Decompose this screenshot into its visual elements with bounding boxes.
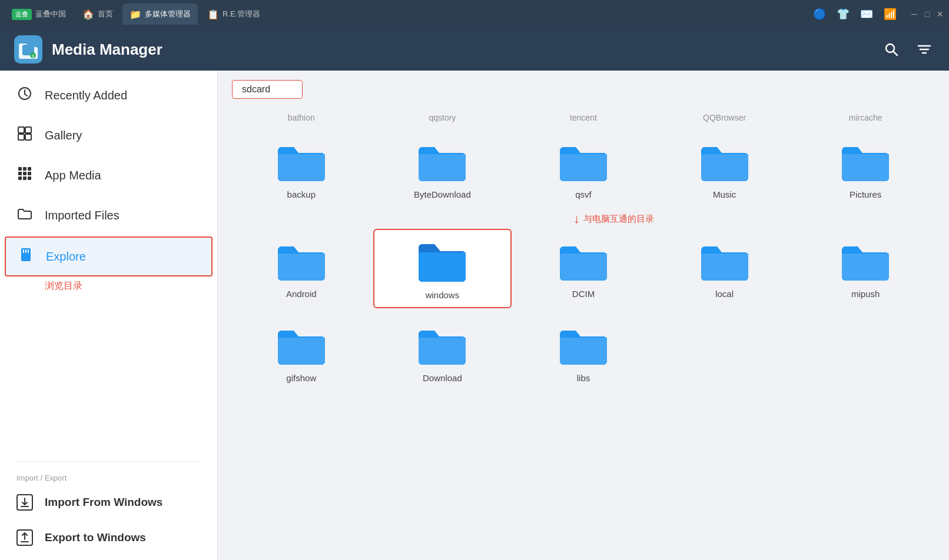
folder-local[interactable]: local bbox=[655, 229, 794, 308]
folder-name-qqstory: qqstory bbox=[429, 113, 456, 122]
folder-dcim[interactable]: DCIM bbox=[514, 229, 653, 308]
folder-grid-row2: Android windows DCIM bbox=[232, 229, 935, 308]
recently-added-label: Recently Added bbox=[45, 89, 127, 102]
svg-rect-16 bbox=[25, 134, 31, 140]
folder-grid-row3: gifshow Download libs bbox=[232, 313, 935, 390]
shirt-icon[interactable]: 👕 bbox=[835, 6, 851, 22]
svg-rect-20 bbox=[18, 172, 22, 175]
signal-icon[interactable]: 📶 bbox=[882, 6, 898, 22]
svg-rect-24 bbox=[23, 176, 26, 180]
list-item[interactable]: qqstory bbox=[373, 108, 512, 125]
svg-rect-18 bbox=[23, 167, 26, 171]
folder-libs[interactable]: libs bbox=[514, 313, 653, 390]
folder-backup[interactable]: backup bbox=[232, 129, 371, 206]
folder-android[interactable]: Android bbox=[232, 229, 371, 308]
svg-rect-19 bbox=[28, 167, 31, 171]
import-from-windows-button[interactable]: Import From Windows bbox=[0, 485, 217, 520]
sidebar: Recently Added Gallery bbox=[0, 71, 218, 560]
tab-media[interactable]: 📁 多媒体管理器 bbox=[122, 4, 198, 25]
export-label: Export to Windows bbox=[45, 531, 146, 544]
sidebar-divider bbox=[16, 461, 201, 462]
explore-label: Explore bbox=[46, 250, 86, 264]
partial-folder-row: bathion qqstory tencent QQBrowser mircac… bbox=[232, 108, 935, 125]
sidebar-item-recently-added[interactable]: Recently Added bbox=[0, 75, 217, 115]
folder-name-pictures: Pictures bbox=[850, 189, 881, 199]
main-layout: Recently Added Gallery bbox=[0, 71, 949, 560]
tab-lan-icon: 蓝叠 bbox=[12, 9, 32, 20]
maximize-button[interactable]: □ bbox=[923, 10, 931, 18]
breadcrumb-input[interactable] bbox=[232, 80, 303, 99]
annotation-container: ↓ 与电脑互通的目录 bbox=[573, 206, 935, 229]
folder-grid-row1: backup ByteDownload qsvf bbox=[232, 129, 935, 206]
mail-icon[interactable]: ✉️ bbox=[858, 6, 875, 22]
minimize-button[interactable]: ─ bbox=[910, 10, 918, 18]
list-item[interactable]: bathion bbox=[232, 108, 371, 125]
svg-rect-23 bbox=[18, 176, 22, 180]
import-label: Import From Windows bbox=[45, 496, 162, 509]
list-item[interactable]: tencent bbox=[514, 108, 653, 125]
sidebar-item-explore[interactable]: Explore bbox=[5, 236, 213, 276]
app-logo: $ bbox=[14, 35, 42, 64]
list-item[interactable]: mircache bbox=[796, 108, 935, 125]
folder-qsvf[interactable]: qsvf bbox=[514, 129, 653, 206]
svg-rect-21 bbox=[23, 172, 26, 175]
content-area: bathion qqstory tencent QQBrowser mircac… bbox=[218, 71, 949, 560]
folder-name-android: Android bbox=[286, 289, 317, 299]
folder-name-tencent: tencent bbox=[570, 113, 597, 122]
folder-icon-bytedownload bbox=[416, 139, 469, 184]
app-header: $ Media Manager bbox=[0, 28, 949, 71]
filter-button[interactable] bbox=[914, 39, 935, 60]
sidebar-item-app-media[interactable]: App Media bbox=[0, 155, 217, 195]
title-bar: 蓝叠 蓝叠中国 🏠 首页 📁 多媒体管理器 📋 R.E.管理器 🔵 👕 ✉️ 📶… bbox=[0, 0, 949, 28]
tab-home-label: 首页 bbox=[98, 9, 113, 19]
svg-rect-28 bbox=[25, 249, 26, 253]
svg-rect-22 bbox=[28, 172, 31, 175]
folder-name-qqbrowser: QQBrowser bbox=[703, 113, 746, 122]
svg-rect-13 bbox=[18, 127, 24, 133]
close-button[interactable]: ✕ bbox=[936, 10, 944, 18]
export-to-windows-button[interactable]: Export to Windows bbox=[0, 520, 217, 555]
folder-music[interactable]: Music bbox=[655, 129, 794, 206]
folder-icon-dcim bbox=[557, 238, 610, 283]
tab-media-label: 多媒体管理器 bbox=[145, 9, 191, 19]
folder-name-gifshow: gifshow bbox=[286, 373, 316, 383]
svg-line-6 bbox=[893, 51, 897, 55]
folder-bytedownload[interactable]: ByteDownload bbox=[373, 129, 512, 206]
header-actions bbox=[881, 39, 935, 60]
annotation-text: 与电脑互通的目录 bbox=[583, 214, 654, 225]
folder-gifshow[interactable]: gifshow bbox=[232, 313, 371, 390]
folder-name-qsvf: qsvf bbox=[575, 189, 592, 199]
tab-media-icon: 📁 bbox=[130, 9, 141, 20]
svg-rect-15 bbox=[18, 134, 24, 140]
folder-icon-gifshow bbox=[275, 322, 328, 367]
svg-text:$: $ bbox=[32, 54, 34, 58]
folder-icon-mipush bbox=[839, 238, 892, 283]
list-item[interactable]: QQBrowser bbox=[655, 108, 794, 125]
svg-line-12 bbox=[25, 94, 27, 96]
folder-windows[interactable]: windows bbox=[373, 229, 512, 308]
folder-name-backup: backup bbox=[287, 189, 316, 199]
tab-re-icon: 📋 bbox=[207, 9, 219, 20]
notification-icon[interactable]: 🔵 bbox=[811, 6, 828, 22]
svg-rect-14 bbox=[25, 127, 31, 133]
folder-icon-qsvf bbox=[557, 139, 610, 184]
download-icon bbox=[16, 494, 33, 511]
tab-re[interactable]: 📋 R.E.管理器 bbox=[200, 4, 267, 25]
folder-pictures[interactable]: Pictures bbox=[796, 129, 935, 206]
sidebar-item-imported-files[interactable]: Imported Files bbox=[0, 195, 217, 235]
folder-download[interactable]: Download bbox=[373, 313, 512, 390]
import-export-label: Import / Export bbox=[0, 469, 217, 485]
folder-name-download: Download bbox=[423, 373, 462, 383]
sd-card-icon bbox=[18, 247, 34, 266]
folder-icon-music bbox=[698, 139, 751, 184]
folder-name-mircache: mircache bbox=[849, 113, 882, 122]
tab-lan[interactable]: 蓝叠 蓝叠中国 bbox=[5, 4, 73, 25]
search-button[interactable] bbox=[881, 39, 902, 60]
sidebar-item-gallery[interactable]: Gallery bbox=[0, 115, 217, 155]
folder-name-local: local bbox=[715, 289, 734, 299]
folder-name-libs: libs bbox=[577, 373, 590, 383]
folder-name-music: Music bbox=[713, 189, 736, 199]
folder-mipush[interactable]: mipush bbox=[796, 229, 935, 308]
tab-home[interactable]: 🏠 首页 bbox=[75, 4, 120, 25]
imported-files-label: Imported Files bbox=[45, 209, 120, 222]
